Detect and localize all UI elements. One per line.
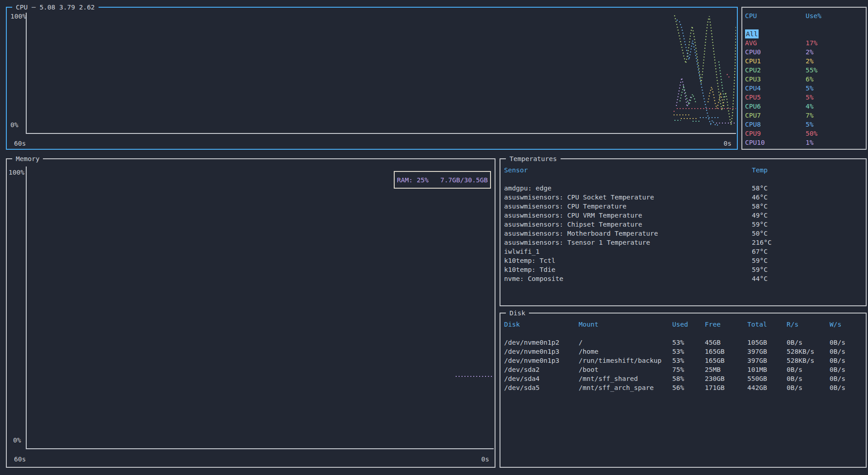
disk-free: 45GB — [705, 338, 747, 347]
spacer — [504, 329, 862, 338]
graph-series-cpu-purple-spike — [676, 78, 691, 107]
sensor-temp: 67°C — [752, 247, 862, 256]
disk-free: 165GB — [705, 347, 747, 356]
cpu-legend-row-all[interactable]: All — [745, 29, 863, 38]
disk-total: 397GB — [747, 347, 787, 356]
sensor-name: iwlwifi_1 — [504, 247, 752, 256]
graph-series-cpu-blue — [677, 20, 719, 126]
disk-total: 442GB — [747, 383, 787, 392]
disk-header-rs: R/s — [787, 320, 830, 329]
cpu-legend-row-cpu9[interactable]: CPU9 50% — [745, 129, 863, 138]
cpu-y-min-label: 0% — [10, 120, 18, 129]
cpu-legend-label: CPU0 — [745, 48, 806, 57]
table-row[interactable]: asuswmisensors: CPU VRM Temperature 49°C — [504, 211, 862, 220]
cpu-legend-row-cpu8[interactable]: CPU8 5% — [745, 120, 863, 129]
sensor-temp: 59°C — [752, 265, 862, 274]
disk-device: /dev/nvme0n1p3 — [504, 356, 579, 365]
cpu-legend-row-cpu7[interactable]: CPU7 7% — [745, 111, 863, 120]
table-row[interactable]: /dev/nvme0n1p2 / 53% 45GB 105GB 0B/s 0B/… — [504, 338, 862, 347]
cpu-x-right-label: 0s — [724, 139, 731, 148]
table-row[interactable]: /dev/sda4 /mnt/sff_shared 58% 230GB 550G… — [504, 374, 862, 383]
disk-rs: 0B/s — [787, 338, 830, 347]
sensor-name: asuswmisensors: Tsensor 1 Temperature — [504, 238, 752, 247]
disk-used: 58% — [672, 374, 705, 383]
table-row[interactable]: amdgpu: edge 58°C — [504, 184, 862, 193]
cpu-legend-value: 5% — [806, 120, 863, 129]
cpu-legend-header-use: Use% — [806, 11, 863, 20]
cpu-legend-label: CPU1 — [745, 57, 806, 66]
table-row[interactable]: asuswmisensors: CPU Temperature 58°C — [504, 202, 862, 211]
table-row[interactable]: iwlwifi_1 67°C — [504, 247, 862, 256]
cpu-legend-label-all[interactable]: All — [745, 29, 759, 38]
cpu-legend-row-cpu5[interactable]: CPU5 5% — [745, 93, 863, 102]
disk-ws: 0B/s — [830, 356, 862, 365]
table-row[interactable]: /dev/sda2 /boot 75% 25MB 101MB 0B/s 0B/s — [504, 365, 862, 374]
cpu-legend-value: 50% — [806, 129, 863, 138]
disk-header-ws: W/s — [830, 320, 862, 329]
disk-used: 53% — [672, 356, 705, 365]
disk-total: 101MB — [747, 365, 787, 374]
cpu-legend-row-avg[interactable]: AVG 17% — [745, 38, 863, 48]
cpu-panel-title: CPU ─ 5.08 3.79 2.62 — [12, 2, 99, 12]
table-row[interactable]: k10temp: Tdie 59°C — [504, 265, 862, 274]
disk-free: 230GB — [705, 374, 747, 383]
memory-x-left-label: 60s — [14, 455, 26, 464]
cpu-legend-row-cpu1[interactable]: CPU1 2% — [745, 57, 863, 66]
table-row[interactable]: asuswmisensors: Tsensor 1 Temperature 21… — [504, 238, 862, 247]
cpu-legend-panel[interactable]: CPU Use% All AVG 17% CPU0 2% CPU1 2% CPU… — [741, 7, 867, 150]
disk-header-disk: Disk — [504, 320, 579, 329]
cpu-legend-row-cpu6[interactable]: CPU6 4% — [745, 102, 863, 111]
table-row[interactable]: /dev/nvme0n1p3 /home 53% 165GB 397GB 528… — [504, 347, 862, 356]
cpu-legend-label: CPU4 — [745, 84, 806, 93]
sensor-name: asuswmisensors: Motherboard Temperature — [504, 229, 752, 238]
table-row[interactable]: nvme: Composite 44°C — [504, 274, 862, 283]
disk-used: 75% — [672, 365, 705, 374]
disk-header-total: Total — [747, 320, 787, 329]
system-monitor-screen: { "colors": { "bg": "#222733", "text": "… — [0, 0, 868, 475]
sensor-temp: 49°C — [752, 211, 862, 220]
cpu-legend-label: CPU8 — [745, 120, 806, 129]
sensor-temp: 50°C — [752, 229, 862, 238]
cpu-legend-row-cpu0[interactable]: CPU0 2% — [745, 48, 863, 57]
disk-ws: 0B/s — [830, 383, 862, 392]
cpu-panel[interactable]: CPU ─ 5.08 3.79 2.62 100% 0% 60s 0s — [6, 7, 738, 150]
disk-panel[interactable]: Disk Disk Mount Used Free Total R/s W/s … — [500, 313, 867, 468]
table-row[interactable]: asuswmisensors: Chipset Temperature 59°C — [504, 220, 862, 229]
cpu-legend-label: AVG — [745, 38, 806, 48]
disk-device: /dev/nvme0n1p2 — [504, 338, 579, 347]
disk-mount: /boot — [579, 365, 672, 374]
sensor-temp: 58°C — [752, 184, 862, 193]
cpu-legend-value: 1% — [806, 138, 863, 147]
cpu-legend-row-cpu4[interactable]: CPU4 5% — [745, 84, 863, 93]
disk-header-used: Used — [672, 320, 705, 329]
cpu-legend-label: CPU5 — [745, 93, 806, 102]
disk-ws: 0B/s — [830, 347, 862, 356]
disk-rs: 0B/s — [787, 383, 830, 392]
memory-y-min-label: 0% — [13, 436, 21, 445]
table-row[interactable]: asuswmisensors: CPU Socket Temperature 4… — [504, 193, 862, 202]
disk-device: /dev/sda5 — [504, 383, 579, 392]
cpu-legend-label: CPU10 — [745, 138, 806, 147]
memory-panel[interactable]: Memory 100% 0% RAM: 25% 7.7GB/30.5GB 60s… — [6, 158, 495, 468]
disk-device: /dev/nvme0n1p3 — [504, 347, 579, 356]
cpu-legend-value: 5% — [806, 93, 863, 102]
table-row[interactable]: /dev/sda5 /mnt/sff_arch_spare 56% 171GB … — [504, 383, 862, 392]
cpu-usage-graph — [27, 13, 736, 134]
sensor-name: nvme: Composite — [504, 274, 752, 283]
temperatures-header-row: Sensor Temp — [504, 166, 862, 175]
table-row[interactable]: asuswmisensors: Motherboard Temperature … — [504, 229, 862, 238]
disk-mount: /mnt/sff_shared — [579, 374, 672, 383]
cpu-legend-row-cpu10[interactable]: CPU10 1% — [745, 138, 863, 147]
disk-mount: /run/timeshift/backup — [579, 356, 672, 365]
cpu-legend-row-cpu3[interactable]: CPU3 6% — [745, 75, 863, 84]
table-row[interactable]: k10temp: Tctl 59°C — [504, 256, 862, 265]
disk-mount: / — [579, 338, 672, 347]
disk-ws: 0B/s — [830, 338, 862, 347]
cpu-legend-row-cpu2[interactable]: CPU2 55% — [745, 66, 863, 75]
disk-total: 397GB — [747, 356, 787, 365]
ram-legend-box: RAM: 25% 7.7GB/30.5GB — [394, 171, 491, 189]
disk-free: 165GB — [705, 356, 747, 365]
disk-rs: 0B/s — [787, 374, 830, 383]
temperatures-panel[interactable]: Temperatures Sensor Temp amdgpu: edge 58… — [500, 158, 867, 306]
table-row[interactable]: /dev/nvme0n1p3 /run/timeshift/backup 53%… — [504, 356, 862, 365]
